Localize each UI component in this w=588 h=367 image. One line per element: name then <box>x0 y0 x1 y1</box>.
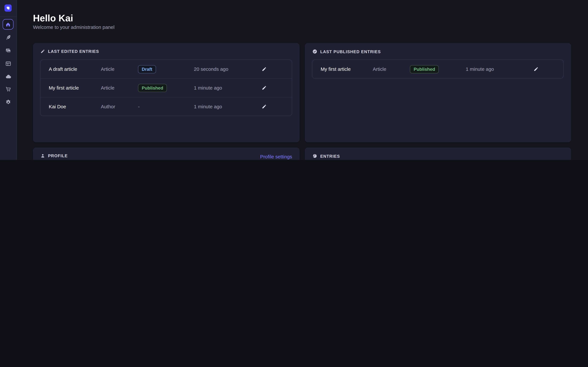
sidebar: KD <box>0 0 17 160</box>
status-badge: Published <box>138 84 167 92</box>
cloud-icon <box>5 73 11 80</box>
strapi-logo-icon <box>6 6 10 10</box>
pencil-icon <box>41 49 45 54</box>
layout-icon <box>5 61 11 67</box>
pie-chart-icon <box>312 153 317 158</box>
entry-title: Kai Doe <box>49 104 101 109</box>
edit-entry-button[interactable] <box>528 67 543 72</box>
table-row[interactable]: Kai Doe Author - 1 minute ago <box>41 97 292 116</box>
widget-last-edited-entries: LAST EDITED ENTRIES A draft article Arti… <box>33 43 300 142</box>
home-icon <box>5 22 11 27</box>
sidebar-item-home[interactable] <box>3 19 14 30</box>
entry-type: Author <box>101 104 138 109</box>
status-badge: Draft <box>138 65 156 73</box>
images-icon <box>5 48 11 54</box>
sidebar-item-settings[interactable] <box>0 97 17 108</box>
last-published-table: My first article Article Published 1 min… <box>312 59 564 79</box>
check-circle-icon <box>312 49 317 54</box>
gear-icon <box>5 99 11 105</box>
entry-title: My first article <box>49 85 101 91</box>
sidebar-item-marketplace[interactable] <box>0 83 17 95</box>
last-edited-table: A draft article Article Draft 20 seconds… <box>40 59 292 116</box>
cart-icon <box>5 86 11 92</box>
entry-time: 1 minute ago <box>194 85 256 91</box>
sidebar-item-deploy[interactable] <box>0 71 17 82</box>
edit-entry-button[interactable] <box>256 104 271 109</box>
widget-title: PROFILE <box>48 153 68 158</box>
entry-title: A draft article <box>49 66 101 72</box>
widget-title: ENTRIES <box>320 154 340 158</box>
edit-entry-button[interactable] <box>256 67 271 72</box>
strapi-admin-dashboard: KD Hello Kai Welcome to your administrat… <box>0 0 588 160</box>
sidebar-item-content-type-builder[interactable] <box>0 58 17 69</box>
widget-entries-chart: ENTRIES 3 entries Draft Published <box>305 148 571 160</box>
entry-type: Article <box>101 85 138 91</box>
entry-title: My first article <box>321 66 373 72</box>
table-row[interactable]: My first article Article Published 1 min… <box>312 60 563 78</box>
sidebar-item-content-manager[interactable] <box>0 32 17 43</box>
entry-type: Article <box>373 66 410 72</box>
page-title: Hello Kai <box>33 13 73 24</box>
status-badge: Published <box>410 65 439 73</box>
entry-time: 20 seconds ago <box>194 66 256 72</box>
entry-time: 1 minute ago <box>194 104 256 109</box>
sidebar-divider-top <box>0 17 17 17</box>
table-row[interactable]: My first article Article Published 1 min… <box>41 78 292 97</box>
entry-time: 1 minute ago <box>466 66 528 72</box>
widget-profile: PROFILE Profile settings KD Kai Doe kai.… <box>33 148 300 160</box>
page-subtitle: Welcome to your administration panel <box>33 24 114 30</box>
widget-title: LAST PUBLISHED ENTRIES <box>320 49 381 54</box>
widget-title: LAST EDITED ENTRIES <box>48 49 99 54</box>
person-icon <box>41 153 45 158</box>
feather-icon <box>5 34 11 41</box>
entry-type: Article <box>101 66 138 72</box>
widget-last-published-entries: LAST PUBLISHED ENTRIES My first article … <box>305 43 571 142</box>
status-empty: - <box>138 104 194 109</box>
edit-entry-button[interactable] <box>256 85 271 90</box>
strapi-logo-button[interactable] <box>5 5 12 12</box>
table-row[interactable]: A draft article Article Draft 20 seconds… <box>41 60 292 78</box>
sidebar-item-media-library[interactable] <box>0 45 17 56</box>
profile-settings-link[interactable]: Profile settings <box>260 154 292 159</box>
